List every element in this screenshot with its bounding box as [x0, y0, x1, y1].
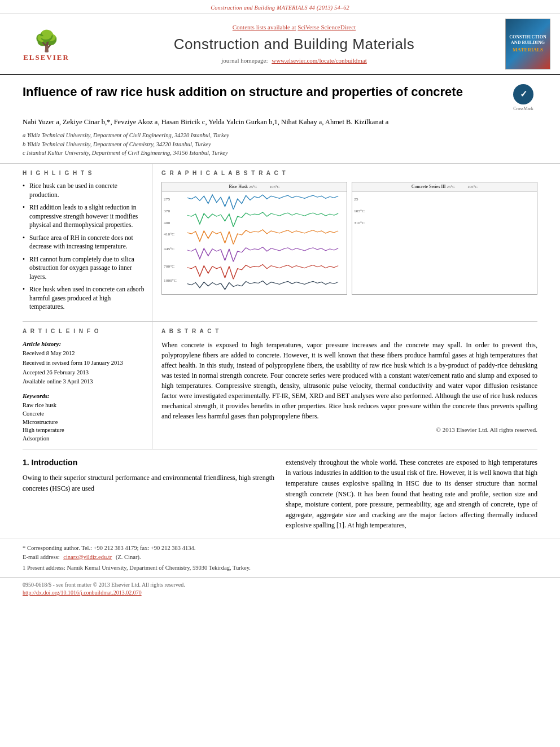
highlights-graphical-section: H I G H L I G H T S Rice husk can be use… [23, 164, 537, 322]
keyword-1: Raw rice husk [23, 401, 145, 410]
cover-subtitle: MATERIALS [513, 46, 543, 54]
abstract-copyright: © 2013 Elsevier Ltd. All rights reserved… [161, 426, 537, 434]
svg-text:445°C: 445°C [164, 247, 174, 251]
doi-link[interactable]: http://dx.doi.org/10.1016/j.conbuildmat.… [23, 589, 537, 597]
highlight-item-2: RH addition leads to a slight reduction … [23, 203, 145, 230]
revised-date: Received in revised form 10 January 2013 [23, 359, 145, 368]
cover-title: Construction and Building [508, 34, 548, 45]
footnotes-section: * Corresponding author. Tel.: +90 212 38… [0, 539, 560, 577]
keyword-2: Concrete [23, 410, 145, 418]
article-title-row: Influence of raw rice husk addition on s… [23, 84, 537, 112]
journal-main-title: Construction and Building Materials [91, 34, 497, 54]
accepted-date: Accepted 26 February 2013 [23, 369, 145, 377]
header-center: Contents lists available at SciVerse Sci… [86, 23, 502, 65]
logo-text: ELSEVIER [23, 53, 69, 63]
highlight-item-3: Surface area of RH in concrete does not … [23, 234, 145, 251]
history-title: Article history: [23, 340, 145, 348]
graphical-abstract-heading: G R A P H I C A L A B S T R A C T [161, 169, 537, 177]
chart-svg-2: 25 105°C 310°C 410°C 445°C 700°C 1000°C [352, 192, 537, 294]
homepage-label: journal homepage: [221, 57, 268, 64]
bottom-bar: 0950-0618/$ - see front matter © 2013 El… [0, 577, 560, 600]
keyword-4: High temperature [23, 426, 145, 435]
section-1-title: 1. Introduction [23, 457, 274, 469]
graphical-abstract-chart: Rice Husk 25°C 105°C 275 370 400 410°C 4… [161, 182, 537, 295]
svg-text:25: 25 [354, 198, 358, 202]
issn-text: 0950-0618/$ - see front matter © 2013 El… [23, 581, 537, 589]
footnote-corresponding: * Corresponding author. Tel.: +90 212 38… [23, 544, 537, 553]
abstract-col: A B S T R A C T When concrete is exposed… [152, 322, 537, 449]
crossmark-label: CrossMark [513, 106, 533, 112]
svg-text:1000°C: 1000°C [164, 279, 177, 283]
article-info-col: A R T I C L E I N F O Article history: R… [23, 322, 152, 449]
journal-title-small: Construction and Building MATERIALS 44 (… [211, 5, 349, 11]
svg-text:410°C: 410°C [164, 233, 174, 236]
homepage-url[interactable]: www.elsevier.com/locate/conbuildmat [272, 57, 367, 64]
authors: Nabi Yuzer a, Zekiye Cinar b,*, Fevziye … [23, 117, 537, 128]
sciverse-name[interactable]: SciVerse ScienceDirect [298, 24, 356, 30]
keywords-title: Keywords: [23, 392, 145, 400]
journal-top-bar: Construction and Building MATERIALS 44 (… [0, 0, 560, 14]
chart-panel-1-title: Rice Husk 25°C 105°C [162, 182, 347, 192]
body-right-text: extensively throughout the whole world. … [286, 457, 537, 531]
article-body: 1. Introduction Owing to their superior … [0, 449, 560, 539]
chart-panel-2: Concrete Series III 25°C 105°C 25 105°C … [352, 182, 537, 295]
sciverse-prefix: Contents lists available at [233, 24, 296, 30]
journal-header: 🌳 ELSEVIER Contents lists available at S… [0, 14, 560, 75]
article-info-heading: A R T I C L E I N F O [23, 327, 145, 335]
crossmark-icon: ✓ [513, 84, 533, 104]
svg-text:275: 275 [164, 198, 170, 202]
svg-text:105°C: 105°C [354, 209, 365, 213]
info-abstract-section: A R T I C L E I N F O Article history: R… [23, 322, 537, 449]
highlights-col: H I G H L I G H T S Rice husk can be use… [23, 164, 152, 321]
sciverse-link: Contents lists available at SciVerse Sci… [91, 23, 497, 32]
affiliation-c: c Istanbul Kultur University, Department… [23, 148, 537, 158]
body-left: 1. Introduction Owing to their superior … [23, 457, 274, 531]
keywords-section: Keywords: Raw rice husk Concrete Microst… [23, 392, 145, 443]
header-right: Construction and Building MATERIALS [502, 19, 553, 69]
keyword-5: Adsorption [23, 435, 145, 443]
svg-text:370: 370 [164, 209, 170, 213]
svg-text:400: 400 [164, 221, 170, 225]
body-left-text: Owing to their superior structural perfo… [23, 473, 274, 493]
graphical-abstract-col: G R A P H I C A L A B S T R A C T Rice H… [152, 164, 537, 321]
keyword-3: Microstructure [23, 418, 145, 427]
footnote-email-link[interactable]: cinarz@yildiz.edu.tr [63, 554, 112, 560]
elsevier-logo: 🌳 ELSEVIER [12, 26, 80, 63]
chart-panel-1: Rice Husk 25°C 105°C 275 370 400 410°C 4… [161, 182, 347, 295]
chart-svg-1: 275 370 400 410°C 445°C 700°C 1000°C [162, 192, 347, 294]
logo-tree-icon: 🌳 [34, 31, 59, 51]
footnote-email: E-mail address: cinarz@yildiz.edu.tr (Z.… [23, 553, 537, 562]
highlights-list: Rice husk can be used in concrete produc… [23, 182, 145, 312]
available-date: Available online 3 April 2013 [23, 378, 145, 386]
received-date: Received 8 May 2012 [23, 350, 145, 358]
highlight-item-1: Rice husk can be used in concrete produc… [23, 182, 145, 199]
chart-panel-2-title: Concrete Series III 25°C 105°C [352, 182, 537, 192]
abstract-heading: A B S T R A C T [161, 327, 537, 335]
svg-text:310°C
          410°C
        : 310°C 410°C 445°C 700°C 1000°C [354, 221, 365, 225]
affiliation-b: b Yildiz Technical University, Departmen… [23, 140, 537, 149]
article-history: Article history: Received 8 May 2012 Rec… [23, 340, 145, 386]
article-title: Influence of raw rice husk addition on s… [23, 84, 463, 101]
journal-cover: Construction and Building MATERIALS [505, 19, 550, 69]
header-left: 🌳 ELSEVIER [7, 26, 86, 63]
highlight-item-4: RH cannot burn completely due to silica … [23, 255, 145, 282]
affiliation-a: a Yildiz Technical University, Departmen… [23, 131, 537, 140]
body-right: extensively throughout the whole world. … [286, 457, 537, 531]
footnote-1: 1 Present address: Namik Kemal Universit… [23, 563, 537, 573]
highlights-heading: H I G H L I G H T S [23, 169, 145, 177]
crossmark: ✓ CrossMark [509, 84, 537, 112]
highlight-item-5: Rice husk when used in concrete can adso… [23, 285, 145, 312]
abstract-text: When concrete is exposed to high tempera… [161, 340, 537, 421]
affiliations: a Yildiz Technical University, Departmen… [23, 131, 537, 158]
article-header: Influence of raw rice husk addition on s… [0, 75, 560, 164]
svg-text:700°C: 700°C [164, 265, 174, 268]
journal-homepage: journal homepage: www.elsevier.com/locat… [91, 56, 497, 65]
